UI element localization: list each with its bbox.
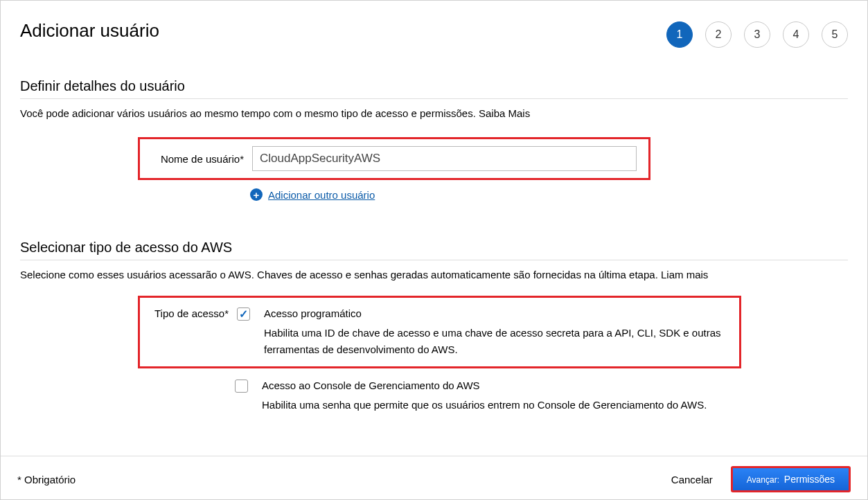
step-5[interactable]: 5 (822, 21, 848, 48)
footer-actions: Cancelar Avançar: Permissões (671, 466, 851, 492)
next-prefix: Avançar: (747, 475, 779, 485)
cancel-button[interactable]: Cancelar (671, 474, 713, 485)
header: Adicionar usuário 1 2 3 4 5 (20, 20, 848, 48)
username-highlight: Nome de usuário* (138, 137, 650, 180)
username-row: Nome de usuário* (148, 146, 640, 171)
step-4[interactable]: 4 (783, 21, 809, 48)
section-access-title: Selecionar tipo de acesso do AWS (20, 240, 848, 260)
required-note: * Obrigatório (17, 474, 76, 485)
access-console-title: Acesso ao Console de Gerenciamento do AW… (262, 380, 848, 391)
checkbox-console[interactable] (235, 380, 248, 393)
access-programmatic-content: Acesso programático Habilita uma ID de c… (264, 307, 731, 358)
access-option-console: Acesso ao Console de Gerenciamento do AW… (138, 380, 848, 413)
access-type-label: Tipo de acesso* (148, 307, 237, 319)
section-user-details-title: Definir detalhes do usuário (20, 78, 848, 99)
wizard-container: Adicionar usuário 1 2 3 4 5 Definir deta… (0, 0, 868, 500)
access-console-content: Acesso ao Console de Gerenciamento do AW… (262, 380, 848, 413)
next-permissions-button[interactable]: Avançar: Permissões (731, 466, 851, 492)
access-programmatic-desc: Habilita uma ID de chave de acesso e uma… (264, 325, 731, 358)
section-user-details-desc: Você pode adicionar vários usuários ao m… (20, 107, 848, 119)
access-programmatic-title: Acesso programático (264, 307, 731, 319)
step-1[interactable]: 1 (666, 21, 693, 48)
add-another-user-link[interactable]: Adicionar outro usuário (268, 189, 375, 201)
footer: * Obrigatório Cancelar Avançar: Permissõ… (1, 456, 867, 499)
add-another-user-row: + Adicionar outro usuário (250, 188, 848, 201)
page-title: Adicionar usuário (20, 20, 159, 42)
access-option-programmatic: Tipo de acesso* Acesso programático Habi… (148, 307, 731, 358)
access-type-highlight: Tipo de acesso* Acesso programático Habi… (138, 296, 741, 368)
username-input[interactable] (252, 146, 637, 171)
next-label: Permissões (784, 474, 835, 485)
step-3[interactable]: 3 (744, 21, 770, 48)
access-console-desc: Habilita uma senha que permite que os us… (262, 397, 848, 413)
wizard-steps: 1 2 3 4 5 (666, 21, 848, 48)
step-2[interactable]: 2 (705, 21, 732, 48)
section-access-desc: Selecione como esses usuários acessarão … (20, 269, 848, 280)
plus-icon: + (250, 188, 263, 201)
checkbox-programmatic[interactable] (237, 307, 250, 321)
username-label: Nome de usuário* (148, 153, 252, 165)
